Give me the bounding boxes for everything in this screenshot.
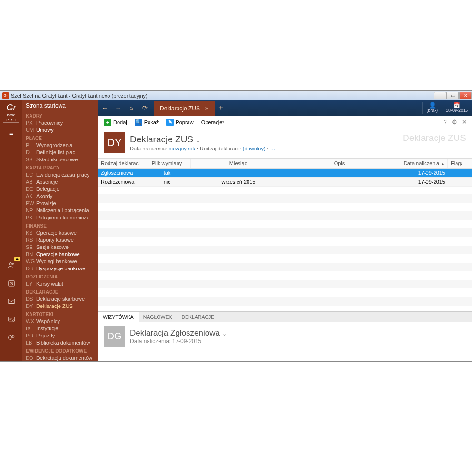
sidebar-item[interactable]: DEDelegacje xyxy=(22,186,98,193)
sidebar-item[interactable]: BNOperacje bankowe xyxy=(22,251,98,258)
column-header[interactable]: Data naliczenia ▲ xyxy=(393,159,448,168)
menu-toggle-icon[interactable]: ≡ xyxy=(4,128,18,142)
sidebar-item-code: PX xyxy=(26,120,36,126)
page-header: DY Deklaracje ZUS ⌄ Data naliczenia: bie… xyxy=(98,129,472,158)
sidebar-item-code: PL xyxy=(26,142,36,149)
sidebar-item-label: Deklaracje skarbowe xyxy=(36,296,85,302)
sidebar-item[interactable]: NPNaliczenia i potrącenia xyxy=(22,207,98,214)
sidebar-item-label: Ewidencja czasu pracy xyxy=(36,172,89,178)
toolbar-show-button[interactable]: 🔍Pokaż xyxy=(132,117,162,128)
sidebar-start-page[interactable]: Strona startowa xyxy=(22,100,98,111)
users-icon[interactable]: 4 xyxy=(4,258,19,273)
sidebar-item[interactable]: SSSkładniki płacowe xyxy=(22,156,98,163)
detail-tab-header[interactable]: NAGŁÓWEK xyxy=(139,312,177,322)
sidebar-item[interactable]: DBDyspozycje bankowe xyxy=(22,265,98,272)
table-row[interactable]: Rozliczeniowaniewrzesień 201517-09-2015 xyxy=(98,178,472,187)
filter-date-link[interactable]: bieżący rok xyxy=(169,146,195,151)
sidebar-item-code: LB xyxy=(26,340,36,346)
tab-active[interactable]: Deklaracje ZUS ✕ xyxy=(154,101,215,116)
page-title[interactable]: Deklaracje ZUS ⌄ xyxy=(130,134,276,145)
sidebar-item[interactable]: WGWyciągi bankowe xyxy=(22,258,98,265)
sidebar-item-code: PW xyxy=(26,200,36,207)
filter-more-link[interactable]: … xyxy=(270,146,276,151)
sidebar-item-code: DB xyxy=(26,266,36,272)
page-header-icon: DY xyxy=(104,132,125,153)
page-watermark: Deklaracje ZUS xyxy=(403,133,466,143)
sidebar-item-label: Prowizje xyxy=(36,200,56,207)
sidebar-item[interactable]: RSRaporty kasowe xyxy=(22,237,98,244)
sidebar-item[interactable]: EYKursy walut xyxy=(22,280,98,288)
sidebar-item[interactable]: ECEwidencja czasu pracy xyxy=(22,171,98,178)
sidebar-item[interactable]: POPojazdy xyxy=(22,332,98,339)
toolbar-edit-button[interactable]: ✎Popraw xyxy=(163,117,196,128)
sidebar-section: KARTA PRACY xyxy=(22,163,98,171)
column-header[interactable]: Plik wymiany xyxy=(143,159,191,168)
window-titlebar: Gr Szef Szef na Gratyfikant - Gratyfikan… xyxy=(0,91,472,100)
detail-title[interactable]: Deklaracja Zgłoszeniowa ⌄ xyxy=(130,328,227,338)
nav-refresh-icon[interactable]: ⟳ xyxy=(138,100,151,116)
help-icon[interactable]: ? xyxy=(440,119,450,126)
sidebar-item[interactable]: KSOperacje kasowe xyxy=(22,229,98,237)
detail-panel: DG Deklaracja Zgłoszeniowa ⌄ Data nalicz… xyxy=(98,322,472,361)
table-cell: Rozliczeniowa xyxy=(98,178,143,186)
schedule-icon[interactable] xyxy=(4,276,19,291)
detail-tab-declarations[interactable]: DEKLARACJE xyxy=(177,312,219,322)
table-cell: Zgłoszeniowa xyxy=(98,169,143,177)
nav-forward-icon[interactable]: → xyxy=(111,100,125,116)
sidebar-item[interactable]: DYDeklaracje ZUS xyxy=(22,303,98,310)
sidebar-item-label: Wspólnicy xyxy=(36,318,60,325)
window-minimize-button[interactable]: ― xyxy=(434,92,446,99)
sidebar-item-code: SS xyxy=(26,157,36,163)
sidebar-item[interactable]: IXInstytucje xyxy=(22,325,98,332)
filter-type-link[interactable]: (dowolny) xyxy=(243,146,266,151)
sidebar-item[interactable]: WXWspólnicy xyxy=(22,318,98,325)
sidebar-item[interactable]: AKAkordy xyxy=(22,193,98,200)
table-cell: tak xyxy=(143,169,191,177)
chevron-down-icon: ⌄ xyxy=(222,331,227,337)
sidebar-item-code: KS xyxy=(26,230,36,236)
sidebar-item[interactable]: DLDefinicje list płac xyxy=(22,149,98,156)
certificate-icon[interactable] xyxy=(4,312,19,327)
sidebar-item[interactable]: PKPotrącenia komornicze xyxy=(22,214,98,221)
sidebar-item-label: Umowy xyxy=(36,127,54,133)
panel-close-icon[interactable]: ✕ xyxy=(459,119,469,126)
detail-tab-card[interactable]: WIZYTÓWKA xyxy=(98,312,139,322)
column-header[interactable]: Flaga xyxy=(448,159,462,168)
sidebar-item[interactable]: UMUmowy xyxy=(22,127,98,134)
chevron-down-icon: ▾ xyxy=(222,120,224,124)
column-header[interactable]: Miesiąc xyxy=(191,159,286,168)
toolbar-operations-button[interactable]: Operacje ▾ xyxy=(198,118,228,127)
sidebar-item[interactable]: ABAbsencje xyxy=(22,178,98,186)
detail-icon: DG xyxy=(104,326,125,347)
sidebar-item[interactable]: PWProwizje xyxy=(22,200,98,207)
column-header[interactable]: Rodzaj deklaracji xyxy=(98,159,143,168)
mail-icon[interactable] xyxy=(4,294,19,309)
sidebar-item[interactable]: DDDekretacja dokumentów xyxy=(22,355,98,361)
tab-add-icon[interactable]: ＋ xyxy=(215,100,227,116)
column-header[interactable]: Opis xyxy=(286,159,393,168)
add-module-icon[interactable] xyxy=(4,330,19,345)
status-date[interactable]: 📅 18-09-2015 xyxy=(442,102,472,114)
tab-close-icon[interactable]: ✕ xyxy=(205,106,209,112)
window-close-button[interactable]: ✕ xyxy=(459,92,472,99)
sidebar-item-label: Dekretacja dokumentów xyxy=(36,355,92,361)
sidebar-item[interactable]: LBBiblioteka dokumentów xyxy=(22,339,98,347)
sidebar-item[interactable]: DSDeklaracje skarbowe xyxy=(22,296,98,303)
nav-home-icon[interactable]: ⌂ xyxy=(125,100,138,116)
svg-point-0 xyxy=(9,262,11,265)
settings-icon[interactable]: ⚙ xyxy=(450,119,459,126)
sidebar-item[interactable]: PLWynagrodzenia xyxy=(22,142,98,149)
sidebar-item-code: RS xyxy=(26,237,36,243)
sidebar-item[interactable]: SESesje kasowe xyxy=(22,244,98,251)
plus-icon: + xyxy=(104,119,111,126)
status-user[interactable]: 👤 (brak) xyxy=(422,102,442,114)
sidebar-item[interactable]: PXPracownicy xyxy=(22,119,98,127)
calendar-icon: 📅 xyxy=(446,103,468,108)
sidebar-item-code: NP xyxy=(26,208,36,214)
table-row[interactable]: Zgłoszeniowatak17-09-2015 xyxy=(98,169,472,178)
nav-back-icon[interactable]: ← xyxy=(98,100,111,116)
toolbar-add-button[interactable]: +Dodaj xyxy=(101,117,130,128)
sidebar-item-label: Pojazdy xyxy=(36,333,55,339)
window-maximize-button[interactable]: ▭ xyxy=(446,92,459,99)
sidebar-item-code: AB xyxy=(26,179,36,185)
